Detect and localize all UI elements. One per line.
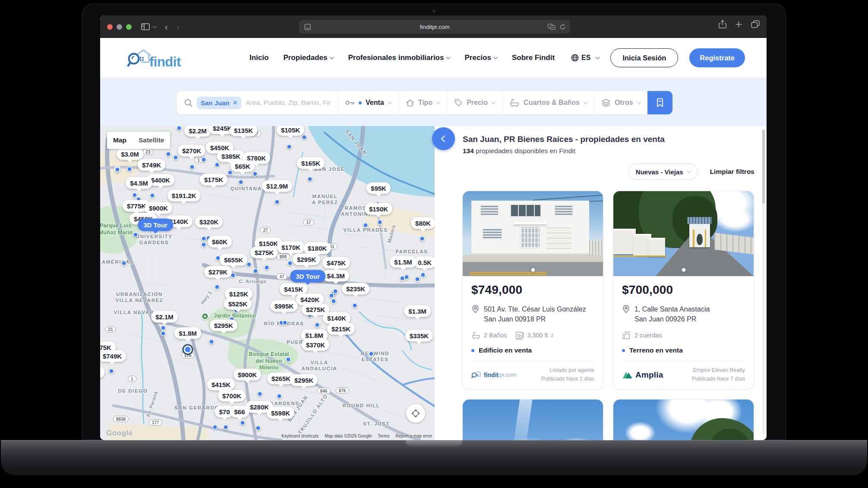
- map-property-dot[interactable]: [287, 261, 293, 266]
- map-price-pin[interactable]: $4.3M: [322, 270, 349, 282]
- login-button[interactable]: Inicia Sesión: [610, 48, 678, 67]
- map-price-pin[interactable]: $275K: [250, 247, 278, 258]
- map-expand-button[interactable]: [406, 404, 425, 423]
- collapse-panel-button[interactable]: [432, 127, 455, 150]
- map-property-dot[interactable]: [238, 179, 244, 185]
- map-property-dot[interactable]: [302, 135, 307, 140]
- map-price-pin[interactable]: $165K: [297, 157, 325, 169]
- map-price-pin[interactable]: $170K: [277, 242, 305, 253]
- map-price-pin[interactable]: $700K: [218, 390, 246, 402]
- findit-logo[interactable]: findit: [127, 47, 181, 70]
- map-price-pin[interactable]: $65K: [230, 161, 255, 172]
- map-price-pin[interactable]: $295K: [290, 375, 318, 386]
- property-card-partial[interactable]: [613, 399, 754, 440]
- close-window-button[interactable]: [107, 24, 113, 30]
- property-photo[interactable]: [613, 400, 754, 440]
- map-price-pin[interactable]: $2.1M: [151, 311, 178, 323]
- map-property-dot[interactable]: [201, 157, 207, 163]
- map-price-pin[interactable]: $370K: [302, 339, 329, 351]
- map-property-dot[interactable]: [240, 420, 246, 426]
- property-card[interactable]: $700,000 1, Calle Santa Anastacia San Ju…: [613, 191, 754, 390]
- map-price-pin[interactable]: $415K: [280, 283, 307, 295]
- map-property-dot[interactable]: [286, 357, 291, 362]
- map-price-pin[interactable]: $3.0M: [117, 148, 143, 160]
- map-3d-tour-pin[interactable]: 3D Tour: [290, 270, 325, 283]
- terms-link[interactable]: Terms: [378, 434, 389, 438]
- map-property-dot[interactable]: [223, 425, 229, 430]
- map-property-dot[interactable]: [246, 262, 252, 268]
- map-price-pin[interactable]: $335K: [405, 330, 433, 342]
- filter-tipo[interactable]: Tipo: [398, 91, 447, 114]
- language-selector[interactable]: ES: [571, 54, 599, 62]
- nav-propiedades[interactable]: Propiedades: [283, 54, 333, 62]
- map-property-dot[interactable]: [166, 151, 171, 157]
- map-price-pin[interactable]: $135K: [230, 126, 257, 136]
- map-property-dot[interactable]: [201, 242, 207, 248]
- map-property-dot[interactable]: [363, 223, 369, 228]
- map-property-dot[interactable]: [161, 325, 166, 331]
- filter-venta[interactable]: Venta: [338, 91, 398, 114]
- map-price-pin[interactable]: $60K: [208, 236, 232, 248]
- map-price-pin[interactable]: $655K: [220, 254, 247, 266]
- map-property-dot[interactable]: [282, 320, 288, 326]
- map-property-dot[interactable]: [115, 167, 120, 173]
- map-property-dot[interactable]: [257, 391, 263, 397]
- nav-sobre-findit[interactable]: Sobre Findit: [512, 54, 555, 62]
- minimize-window-button[interactable]: [117, 24, 122, 30]
- map[interactable]: Map Satellite SAN JUANSAN JOSÉMANUEL A P…: [100, 126, 435, 440]
- carousel-dot[interactable]: [531, 268, 535, 272]
- map-property-dot[interactable]: [215, 162, 220, 168]
- map-price-pin[interactable]: $749K: [100, 350, 126, 362]
- map-price-pin[interactable]: $66: [230, 406, 249, 418]
- clear-filters-link[interactable]: Limpiar filtros: [710, 168, 754, 176]
- map-price-pin[interactable]: $2.2M: [184, 126, 211, 137]
- map-property-dot[interactable]: [275, 199, 280, 205]
- map-property-dot[interactable]: [352, 303, 358, 309]
- map-price-pin[interactable]: $180K: [303, 242, 331, 254]
- map-price-pin[interactable]: $279K: [204, 266, 232, 278]
- map-property-dot[interactable]: [253, 171, 258, 177]
- translate-icon[interactable]: [548, 24, 556, 30]
- map-price-pin[interactable]: $900K: [234, 369, 261, 381]
- map-price-pin[interactable]: $598K: [267, 407, 294, 419]
- map-property-dot[interactable]: [331, 299, 337, 304]
- map-price-pin[interactable]: $525K: [224, 298, 252, 310]
- garden-poi-icon[interactable]: [202, 313, 209, 320]
- map-price-pin[interactable]: 0.5K: [413, 257, 435, 268]
- search-input[interactable]: San Juan✕ Area, Pueblo, Zip, Barrio, Fir: [177, 91, 338, 114]
- property-photo[interactable]: [613, 191, 754, 276]
- property-photo[interactable]: [463, 400, 603, 440]
- map-property-dot[interactable]: [420, 236, 425, 242]
- map-price-pin[interactable]: $995K: [270, 300, 298, 312]
- map-price-pin[interactable]: $140K: [323, 312, 350, 324]
- map-property-dot[interactable]: [173, 155, 179, 161]
- map-property-dot[interactable]: [215, 284, 220, 290]
- map-price-pin[interactable]: $475K: [322, 257, 350, 269]
- map-price-pin[interactable]: $12.9M: [262, 180, 292, 192]
- map-property-dot[interactable]: [277, 394, 282, 399]
- new-tab-icon[interactable]: [735, 21, 742, 28]
- map-property-dot[interactable]: [253, 268, 259, 274]
- forward-nav-icon[interactable]: ›: [177, 22, 180, 32]
- map-selected-dot[interactable]: [184, 346, 192, 354]
- map-price-pin[interactable]: $1.5M: [390, 256, 417, 268]
- map-price-pin[interactable]: $4.5M: [126, 177, 152, 189]
- filter-otros[interactable]: Otros: [594, 91, 647, 114]
- keyboard-shortcuts-link[interactable]: Keyboard shortcuts: [281, 434, 319, 438]
- nav-inicio[interactable]: Inicio: [249, 54, 268, 62]
- map-price-pin[interactable]: $1.3M: [404, 305, 431, 317]
- filter-cuartos-banos[interactable]: Cuartos & Baños: [502, 91, 594, 114]
- map-property-dot[interactable]: [377, 220, 383, 225]
- report-error-link[interactable]: Report a map error: [396, 434, 432, 438]
- search-chip-san-juan[interactable]: San Juan✕: [197, 97, 241, 109]
- property-photo[interactable]: [463, 191, 603, 276]
- nav-profesionales[interactable]: Profesionales inmobiliarios: [348, 54, 450, 62]
- tab-overview-icon[interactable]: [751, 20, 760, 28]
- map-price-pin[interactable]: $235K: [342, 283, 369, 295]
- map-property-dot[interactable]: [133, 232, 139, 238]
- sidebar-toggle-icon[interactable]: [141, 23, 150, 30]
- map-price-pin[interactable]: $80K: [411, 217, 435, 229]
- map-price-pin[interactable]: $900K: [145, 202, 172, 214]
- map-price-pin[interactable]: $215K: [327, 323, 355, 335]
- map-price-pin[interactable]: $320K: [195, 216, 223, 228]
